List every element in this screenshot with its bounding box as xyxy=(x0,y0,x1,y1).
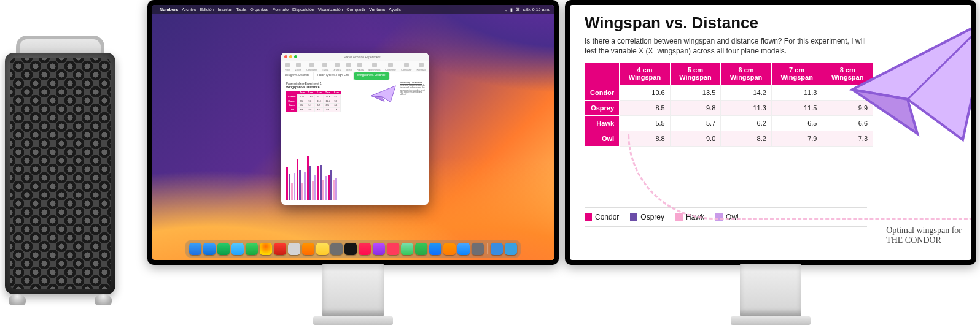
cell-condor-3[interactable]: 11.3 xyxy=(771,85,822,101)
dock-calendar-icon[interactable] xyxy=(274,243,286,255)
sheet-tabs[interactable]: Design vs. Distance Paper Type vs. Fligh… xyxy=(281,72,429,80)
bar-Hawk-7 cm xyxy=(322,180,324,200)
dock-numbers-icon[interactable] xyxy=(415,243,427,255)
cell-osprey-3[interactable]: 11.5 xyxy=(771,101,822,116)
menu-edición[interactable]: Edición xyxy=(200,7,214,12)
col-4-cm-wingspan[interactable]: 4 cm Wingspan xyxy=(620,63,671,85)
monitor-right-stand xyxy=(740,264,801,316)
menu-insertar[interactable]: Insertar xyxy=(218,7,233,12)
paper-plane-large-icon xyxy=(849,16,971,145)
toolbar-compartir[interactable]: Compartir xyxy=(401,63,412,71)
window-titlebar[interactable]: Paper Airplane Experiment xyxy=(281,53,429,61)
zoom-icon[interactable] xyxy=(294,55,297,58)
menu-disposición[interactable]: Disposición xyxy=(292,7,314,12)
legend-swatch-hawk xyxy=(675,213,683,221)
window-toolbar[interactable]: VistaZoomCategoríaTablaGráficaTextoFigur… xyxy=(281,61,429,72)
cell-hawk-2[interactable]: 6.2 xyxy=(721,116,772,131)
table-row-condor[interactable]: Condor10.613.514.211.38.2 xyxy=(585,85,873,101)
menu-organizar[interactable]: Organizar xyxy=(250,7,269,12)
dock-podcasts-icon[interactable] xyxy=(373,243,385,255)
toolbar-formato[interactable]: Formato xyxy=(416,63,426,71)
toolbar-zoom[interactable]: Zoom xyxy=(295,63,301,71)
col-5-cm-wingspan[interactable]: 5 cm Wingspan xyxy=(670,63,721,85)
dock-settings-icon[interactable] xyxy=(472,243,484,255)
wifi-icon[interactable]: ⌵ xyxy=(505,7,507,12)
legend-label-osprey: Osprey xyxy=(640,213,664,221)
bar-group-8-cm xyxy=(328,170,337,200)
cell-hawk-3[interactable]: 6.5 xyxy=(771,116,822,131)
numbers-window[interactable]: Paper Airplane Experiment VistaZoomCateg… xyxy=(281,53,429,205)
tab-paper-type[interactable]: Paper Type vs. Flight Line xyxy=(314,72,354,80)
menu-ayuda[interactable]: Ayuda xyxy=(389,7,401,12)
rowhead-owl[interactable]: Owl xyxy=(585,131,620,147)
toolbar-multimedia[interactable]: Multimedia xyxy=(368,63,380,71)
menubar-status-area[interactable]: ⌵ ▮ ⌘ sáb. 6:15 a.m. xyxy=(505,7,550,12)
menu-archivo[interactable]: Archivo xyxy=(182,7,196,12)
dock-news-icon[interactable] xyxy=(387,243,399,255)
cell-osprey-1[interactable]: 9.8 xyxy=(670,101,721,116)
battery-icon[interactable]: ▮ xyxy=(510,7,513,12)
dock-reminders-icon[interactable] xyxy=(302,243,314,255)
cell-osprey-2[interactable]: 11.3 xyxy=(721,101,772,116)
tab-wingspan-active[interactable]: Wingspan vs. Distance xyxy=(354,72,390,80)
dock-trash-icon[interactable] xyxy=(491,243,503,255)
toolbar-tabla[interactable]: Tabla xyxy=(322,63,329,71)
dock-safari-icon[interactable] xyxy=(203,243,216,255)
dock-pages-icon[interactable] xyxy=(443,243,456,255)
control-center-icon[interactable]: ⌘ xyxy=(516,7,520,12)
monitor-right-screen: Wingspan vs. Distance Is there a correla… xyxy=(570,5,971,260)
table-row-osprey[interactable]: Osprey8.59.811.311.59.9 xyxy=(585,101,873,116)
menu-visualización[interactable]: Visualización xyxy=(318,7,343,12)
menu-ventana[interactable]: Ventana xyxy=(369,7,385,12)
toolbar-comentar[interactable]: Comentar xyxy=(385,63,396,71)
close-icon[interactable] xyxy=(284,55,287,58)
dock-facetime-icon[interactable] xyxy=(246,243,258,255)
dock[interactable] xyxy=(185,240,521,258)
zoomed-sheet[interactable]: Wingspan vs. Distance Is there a correla… xyxy=(570,5,971,260)
dock-freeform-icon[interactable] xyxy=(330,243,343,255)
dock-contacts-icon[interactable] xyxy=(288,243,300,255)
dock-keynote-icon[interactable] xyxy=(429,243,441,255)
menu-tabla[interactable]: Tabla xyxy=(236,7,246,12)
toolbar-figura[interactable]: Figura xyxy=(357,63,364,71)
dock-music-icon[interactable] xyxy=(359,243,371,255)
dock-photos-icon[interactable] xyxy=(260,243,272,255)
dock-tv-icon[interactable] xyxy=(344,243,357,255)
cell-condor-2[interactable]: 14.2 xyxy=(721,85,772,101)
menu-bar[interactable]: Numbers ArchivoEdiciónInsertarTablaOrgan… xyxy=(152,5,554,14)
bar-Osprey-4 cm xyxy=(289,174,290,200)
toolbar-gráfica[interactable]: Gráfica xyxy=(333,63,341,71)
dock-messages-icon[interactable] xyxy=(217,243,230,255)
cell-hawk-0[interactable]: 5.5 xyxy=(620,116,671,131)
bar-Osprey-6 cm xyxy=(309,166,311,200)
toolbar-categoría[interactable]: Categoría xyxy=(306,63,317,71)
dock-maps-icon[interactable] xyxy=(401,243,413,255)
col-6-cm-wingspan[interactable]: 6 cm Wingspan xyxy=(721,63,772,85)
dock-appstore-icon[interactable] xyxy=(457,243,470,255)
dock-mail-icon[interactable] xyxy=(231,243,244,255)
rowhead-osprey[interactable]: Osprey xyxy=(585,101,620,116)
table-row-hawk[interactable]: Hawk5.55.76.26.56.6 xyxy=(585,116,873,131)
dock-notes-icon[interactable] xyxy=(316,243,329,255)
minimize-icon[interactable] xyxy=(289,55,292,58)
sheet-description: Is there a correlation between wingspan … xyxy=(585,36,867,56)
zoom-icon xyxy=(296,63,301,67)
toolbar-texto[interactable]: Texto xyxy=(346,63,352,71)
cell-hawk-1[interactable]: 5.7 xyxy=(670,116,721,131)
toolbar-vista[interactable]: Vista xyxy=(285,63,290,71)
menubar-clock[interactable]: sáb. 6:15 a.m. xyxy=(523,7,550,12)
menubar-app-name[interactable]: Numbers xyxy=(160,7,178,12)
tab-design[interactable]: Design vs. Distance xyxy=(281,72,314,80)
menu-formato[interactable]: Formato xyxy=(273,7,289,12)
dock-finder-icon[interactable] xyxy=(189,243,201,255)
cell-osprey-0[interactable]: 8.5 xyxy=(620,101,671,116)
menu-compartir[interactable]: Compartir xyxy=(346,7,365,12)
rowhead-hawk[interactable]: Hawk xyxy=(585,116,620,131)
mini-data-table[interactable]: 4 cm5 cm6 cm7 cm8 cmCondor10.613.514.211… xyxy=(286,91,341,112)
col-7-cm-wingspan[interactable]: 7 cm Wingspan xyxy=(771,63,822,85)
cell-condor-1[interactable]: 13.5 xyxy=(670,85,721,101)
dock-downloads-icon[interactable] xyxy=(505,243,517,255)
cell-condor-0[interactable]: 10.6 xyxy=(620,85,671,101)
rowhead-condor[interactable]: Condor xyxy=(585,85,620,101)
menubar-menus[interactable]: ArchivoEdiciónInsertarTablaOrganizarForm… xyxy=(182,7,400,12)
